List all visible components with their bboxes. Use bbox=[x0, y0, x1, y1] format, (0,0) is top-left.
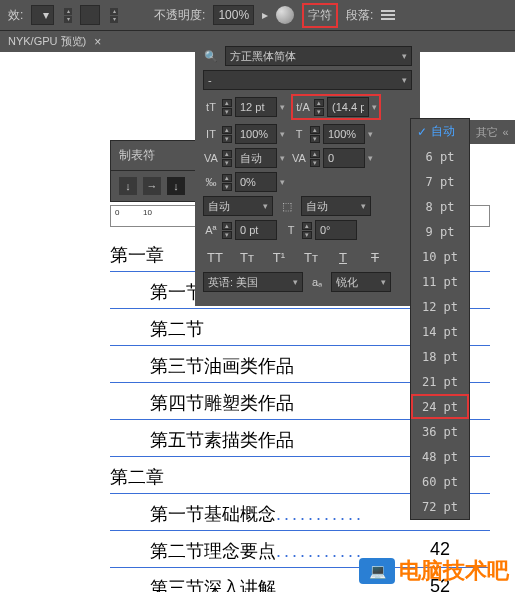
tracking-stepper[interactable]: ▴▾ bbox=[310, 150, 320, 167]
char-tab-label: 字符 bbox=[308, 7, 332, 24]
watermark-text: 电脑技术吧 bbox=[399, 556, 509, 586]
tab-right-icon[interactable]: ↓ bbox=[167, 177, 185, 195]
smallcaps-button[interactable]: Tт bbox=[235, 246, 259, 268]
align-icon[interactable] bbox=[381, 10, 395, 20]
bshift-stepper[interactable]: ▴▾ bbox=[222, 222, 232, 239]
font-size-stepper[interactable]: ▴▾ bbox=[222, 99, 232, 116]
tabstops-panel: 制表符 ↓ → ↓ bbox=[110, 140, 200, 202]
aa-icon: aₐ bbox=[309, 274, 325, 290]
sphere-icon[interactable] bbox=[276, 6, 294, 24]
vscale-input[interactable] bbox=[235, 124, 277, 144]
hscale-stepper[interactable]: ▴▾ bbox=[310, 126, 320, 143]
effect-label: 效: bbox=[8, 7, 23, 24]
watermark: 💻 电脑技术吧 bbox=[359, 556, 509, 586]
dropdown-item[interactable]: 36 pt bbox=[411, 419, 469, 444]
leading-dropdown-menu: ✓自动 6 pt 7 pt 8 pt 9 pt 10 pt 11 pt 12 p… bbox=[410, 118, 470, 520]
dropdown-item[interactable]: 48 pt bbox=[411, 444, 469, 469]
link-icon[interactable]: ⬚ bbox=[279, 198, 295, 214]
opacity-caret-icon[interactable]: ▸ bbox=[262, 8, 268, 22]
baseline-icon: ‰ bbox=[203, 174, 219, 190]
font-family-value: 方正黑体简体 bbox=[230, 49, 296, 64]
value-stepper[interactable]: ▴▾ bbox=[110, 8, 118, 23]
hscale-input[interactable] bbox=[323, 124, 365, 144]
opacity-label: 不透明度: bbox=[154, 7, 205, 24]
value-box[interactable] bbox=[80, 5, 100, 25]
font-size-group: tT ▴▾ ▾ bbox=[203, 97, 285, 117]
tabstops-title: 制表符 bbox=[111, 141, 199, 171]
leading-group: t/A ▴▾ ▾ bbox=[291, 94, 381, 120]
dropdown-item[interactable]: 21 pt bbox=[411, 369, 469, 394]
font-size-caret[interactable]: ▾ bbox=[280, 102, 285, 112]
baseline-stepper[interactable]: ▴▾ bbox=[222, 174, 232, 191]
rotate-input[interactable] bbox=[315, 220, 357, 240]
dropdown-item[interactable]: 18 pt bbox=[411, 344, 469, 369]
rotate-stepper[interactable]: ▴▾ bbox=[302, 222, 312, 239]
type-style-buttons: TT Tт T¹ Tт T T bbox=[203, 246, 412, 268]
vscale-stepper[interactable]: ▴▾ bbox=[222, 126, 232, 143]
font-style-value: - bbox=[208, 74, 212, 86]
dropdown-item[interactable]: 11 pt bbox=[411, 269, 469, 294]
dropdown-item[interactable]: 7 pt bbox=[411, 169, 469, 194]
font-size-icon: tT bbox=[203, 99, 219, 115]
auto1-dropdown[interactable]: 自动▾ bbox=[203, 196, 273, 216]
leading-stepper[interactable]: ▴▾ bbox=[314, 99, 324, 116]
other-panel-tab[interactable]: 其它 « bbox=[470, 120, 515, 144]
character-panel: 🔍 方正黑体简体 ▾ - ▾ tT ▴▾ ▾ t/A ▴▾ ▾ IT ▴▾ bbox=[195, 36, 420, 306]
kerning-input[interactable] bbox=[235, 148, 277, 168]
kerning-stepper[interactable]: ▴▾ bbox=[222, 150, 232, 167]
effect-stepper[interactable]: ▴▾ bbox=[64, 8, 72, 23]
tab-center-icon[interactable]: → bbox=[143, 177, 161, 195]
opacity-value[interactable]: 100% bbox=[213, 5, 254, 25]
dropdown-item[interactable]: 72 pt bbox=[411, 494, 469, 519]
tab-left-icon[interactable]: ↓ bbox=[119, 177, 137, 195]
search-icon: 🔍 bbox=[203, 48, 219, 64]
antialias-dropdown[interactable]: 锐化▾ bbox=[331, 272, 391, 292]
paragraph-tab-label[interactable]: 段落: bbox=[346, 7, 373, 24]
leading-icon: t/A bbox=[295, 99, 311, 115]
subscript-button[interactable]: Tт bbox=[299, 246, 323, 268]
auto2-dropdown[interactable]: 自动▾ bbox=[301, 196, 371, 216]
top-options-bar: 效: ▾ ▴▾ ▴▾ 不透明度: 100% ▸ 字符 段落: bbox=[0, 0, 515, 30]
baseline-input[interactable] bbox=[235, 172, 277, 192]
superscript-button[interactable]: T¹ bbox=[267, 246, 291, 268]
watermark-icon: 💻 bbox=[359, 558, 395, 584]
dropdown-item[interactable]: 9 pt bbox=[411, 219, 469, 244]
dropdown-item-selected[interactable]: 24 pt bbox=[411, 394, 469, 419]
font-style-dropdown[interactable]: - ▾ bbox=[203, 70, 412, 90]
font-family-dropdown[interactable]: 方正黑体简体 ▾ bbox=[225, 46, 412, 66]
bshift-input[interactable] bbox=[235, 220, 277, 240]
effect-dropdown[interactable]: ▾ bbox=[31, 5, 54, 25]
close-icon[interactable]: × bbox=[94, 35, 101, 49]
bshift-icon: Aª bbox=[203, 222, 219, 238]
underline-button[interactable]: T bbox=[331, 246, 355, 268]
dropdown-item[interactable]: 12 pt bbox=[411, 294, 469, 319]
language-dropdown[interactable]: 英语: 美国▾ bbox=[203, 272, 303, 292]
document-tab-title[interactable]: NYK/GPU 预览) bbox=[8, 34, 86, 49]
dropdown-item[interactable]: 60 pt bbox=[411, 469, 469, 494]
allcaps-button[interactable]: TT bbox=[203, 246, 227, 268]
dropdown-item[interactable]: 8 pt bbox=[411, 194, 469, 219]
character-panel-tab[interactable]: 字符 bbox=[302, 3, 338, 28]
tracking-input[interactable] bbox=[323, 148, 365, 168]
kerning-icon: VA bbox=[203, 150, 219, 166]
hscale-icon: T bbox=[291, 126, 307, 142]
leading-input[interactable] bbox=[327, 97, 369, 117]
vscale-icon: IT bbox=[203, 126, 219, 142]
leading-caret[interactable]: ▾ bbox=[372, 102, 377, 112]
dropdown-item[interactable]: 14 pt bbox=[411, 319, 469, 344]
tracking-icon: VA bbox=[291, 150, 307, 166]
dropdown-item[interactable]: 10 pt bbox=[411, 244, 469, 269]
rotate-icon: T bbox=[283, 222, 299, 238]
strike-button[interactable]: T bbox=[363, 246, 387, 268]
font-size-input[interactable] bbox=[235, 97, 277, 117]
dropdown-auto-item[interactable]: ✓自动 bbox=[411, 119, 469, 144]
dropdown-item[interactable]: 6 pt bbox=[411, 144, 469, 169]
